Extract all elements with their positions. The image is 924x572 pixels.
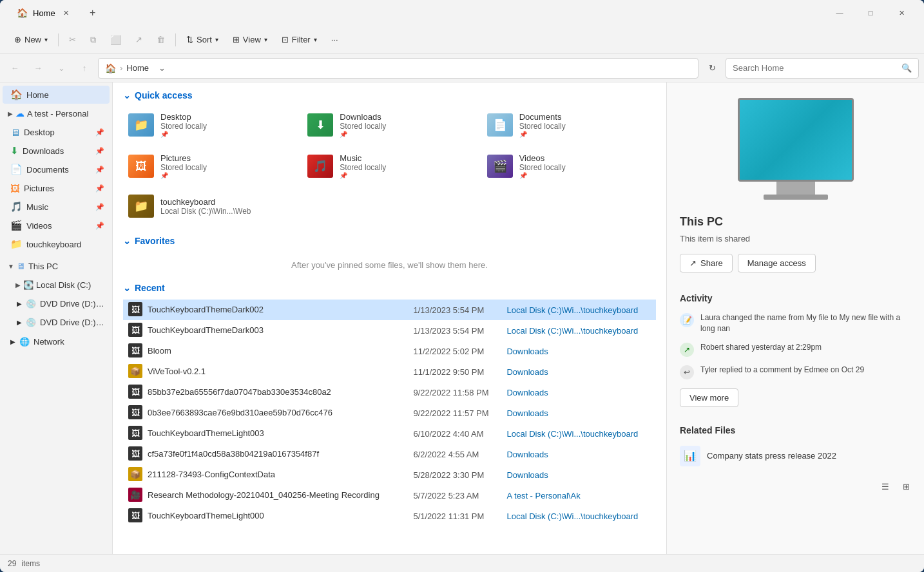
music-pin: 📌 <box>95 203 104 211</box>
search-icon: 🔍 <box>901 63 912 73</box>
qa-downloads[interactable]: ⬇ Downloads Stored locally 📌 <box>302 107 476 143</box>
close-button[interactable]: ✕ <box>887 3 916 23</box>
qa-touchkeyboard[interactable]: 📁 touchkeyboard Local Disk (C:)\Win...\W… <box>123 189 297 223</box>
sidebar-item-documents[interactable]: 📄 Documents 📌 <box>3 160 110 178</box>
sidebar-this-pc[interactable]: ▼ 🖥 This PC <box>3 257 110 275</box>
recent-row[interactable]: 🖼 0b3ee7663893cae76e9bd310aee59b70d76cc4… <box>123 403 656 423</box>
home-tab[interactable]: 🏠 Home ✕ <box>8 3 81 23</box>
recent-header[interactable]: ⌄ Recent <box>123 283 656 293</box>
sidebar-item-home[interactable]: 🏠 Home <box>3 86 110 104</box>
qa-desktop-info: Desktop Stored locally 📌 <box>160 112 207 138</box>
sort-chevron: ▾ <box>215 36 218 43</box>
dvd-ccc-icon: 💿 <box>26 318 36 327</box>
recent-row[interactable]: 🖼 TouchKeyboardThemeDark002 1/13/2023 5:… <box>123 300 656 320</box>
related-file-item[interactable]: 📊 Company stats press release 2022 <box>667 441 924 472</box>
pictures-folder-icon: 🖼 <box>128 155 154 178</box>
qa-videos[interactable]: 🎬 Videos Stored locally 📌 <box>482 148 656 184</box>
share-button[interactable]: ↗ <box>129 30 149 50</box>
recent-row-name: 🖼 0b3ee7663893cae76e9bd310aee59b70d76cc4… <box>123 403 408 422</box>
music-folder-icon: 🎵 <box>307 155 333 178</box>
recent-item-name: cf5a73fe0f1f4a0cd58a38b04219a0167354f87f <box>148 449 319 459</box>
more-button[interactable]: ··· <box>325 30 345 50</box>
recent-item-name: 211128-73493-ConfigContextData <box>148 470 275 479</box>
qa-pictures[interactable]: 🖼 Pictures Stored locally 📌 <box>123 148 297 184</box>
recent-row[interactable]: 🖼 TouchKeyboardThemeDark003 1/13/2023 5:… <box>123 320 656 341</box>
copy-button[interactable]: ⧉ <box>84 30 102 50</box>
recent-item-location: Local Disk (C:)\Wi...\touchkeyboard <box>501 300 656 320</box>
sidebar-item-desktop[interactable]: 🖥 Desktop 📌 <box>3 123 110 141</box>
rp-actions: ↗ Share Manage access <box>667 254 924 285</box>
window-controls: — □ ✕ <box>825 3 916 23</box>
qa-downloads-name: Downloads <box>340 112 386 122</box>
qa-music[interactable]: 🎵 Music Stored locally 📌 <box>302 148 476 184</box>
cut-button[interactable]: ✂ <box>63 30 82 50</box>
address-bar: ← → ⌄ ↑ 🏠 › Home ⌄ ↻ 🔍 <box>0 54 924 82</box>
atest-cloud-icon: ☁ <box>15 108 24 119</box>
recent-item-location: Local Disk (C:)\Wi...\touchkeyboard <box>501 506 656 526</box>
back-button[interactable]: ← <box>5 59 24 78</box>
delete-button[interactable]: 🗑 <box>150 30 171 50</box>
search-input[interactable] <box>733 63 898 73</box>
sidebar-item-pictures[interactable]: 🖼 Pictures 📌 <box>3 179 110 197</box>
maximize-button[interactable]: □ <box>856 3 885 23</box>
sidebar-item-videos[interactable]: 🎬 Videos 📌 <box>3 216 110 234</box>
thispc-chevron: ▼ <box>8 263 14 270</box>
sidebar-dvd-ccc[interactable]: ▶ 💿 DVD Drive (D:) CCC <box>3 313 110 331</box>
qa-documents[interactable]: 📄 Documents Stored locally 📌 <box>482 107 656 143</box>
network-chevron: ▶ <box>10 338 15 345</box>
recent-row-name: 🖼 TouchKeyboardThemeDark002 <box>123 300 408 319</box>
file-type-icon: 🖼 <box>128 302 142 316</box>
list-view-toggle[interactable]: ☰ <box>878 479 893 495</box>
recent-row[interactable]: 🖼 85bb37e2ba65556f7da07047bab330e3534c80… <box>123 382 656 403</box>
tab-close-button[interactable]: ✕ <box>61 7 72 19</box>
sidebar-atest-label: A test - Personal <box>27 109 88 119</box>
view-more-button[interactable]: View more <box>680 388 738 407</box>
qa-section-label: Quick access <box>135 90 193 100</box>
up-button[interactable]: ↑ <box>75 59 94 78</box>
paste-button[interactable]: ⬜ <box>104 30 128 50</box>
sidebar-dvd-cc[interactable]: ▶ 💿 DVD Drive (D:) CC <box>3 294 110 312</box>
recent-row[interactable]: 🖼 Bloom 11/2/2022 5:02 PM Downloads <box>123 341 656 361</box>
minimize-button[interactable]: — <box>825 3 854 23</box>
recent-item-date: 5/7/2022 5:23 AM <box>408 485 501 506</box>
sidebar-item-atest[interactable]: ▶ ☁ A test - Personal <box>3 104 110 122</box>
sort-button[interactable]: ⇅ Sort ▾ <box>180 30 225 50</box>
new-tab-button[interactable]: + <box>84 4 102 22</box>
sidebar-item-music[interactable]: 🎵 Music 📌 <box>3 198 110 216</box>
manage-access-button[interactable]: Manage access <box>738 254 816 272</box>
sidebar-item-touchkeyboard[interactable]: 📁 touchkeyboard <box>3 235 110 253</box>
qa-desktop-name: Desktop <box>160 112 207 122</box>
search-box[interactable]: 🔍 <box>726 58 919 79</box>
quick-access-header[interactable]: ⌄ Quick access <box>123 90 656 100</box>
recent-row[interactable]: 📦 211128-73493-ConfigContextData 5/28/20… <box>123 464 656 485</box>
favorites-header[interactable]: ⌄ Favorites <box>123 236 656 246</box>
forward-button[interactable]: → <box>28 59 48 78</box>
address-dropdown-button[interactable]: ⌄ <box>153 59 171 78</box>
recent-row[interactable]: 🎥 Research Methodology-20210401_040256-M… <box>123 485 656 506</box>
address-path[interactable]: 🏠 › Home ⌄ <box>98 58 698 79</box>
sidebar-network[interactable]: ▶ 🌐 Network <box>3 332 110 350</box>
share-button[interactable]: ↗ Share <box>680 254 733 272</box>
downloads-pin: 📌 <box>95 147 104 155</box>
qa-music-name: Music <box>340 153 386 163</box>
new-button[interactable]: ⊕ New ▾ <box>8 30 54 50</box>
view-button[interactable]: ⊞ View ▾ <box>226 30 274 50</box>
file-type-icon: 🖼 <box>128 405 142 419</box>
expand-button[interactable]: ⌄ <box>52 59 71 78</box>
recent-row[interactable]: 🖼 TouchKeyboardThemeLight003 6/10/2022 4… <box>123 423 656 444</box>
qa-desktop[interactable]: 📁 Desktop Stored locally 📌 <box>123 107 297 143</box>
filter-button[interactable]: ⊡ Filter ▾ <box>275 30 323 50</box>
qa-touch-name: touchkeyboard <box>160 197 251 207</box>
sidebar-localdisk[interactable]: ▶ 💽 Local Disk (C:) <box>3 276 110 294</box>
recent-row[interactable]: 📦 ViVeTool-v0.2.1 11/1/2022 9:50 PM Down… <box>123 361 656 382</box>
home-tab-icon: 🏠 <box>17 8 28 18</box>
recent-row[interactable]: 🖼 cf5a73fe0f1f4a0cd58a38b04219a0167354f8… <box>123 444 656 464</box>
qa-videos-info: Videos Stored locally 📌 <box>519 153 566 179</box>
pictures-icon: 🖼 <box>10 183 20 194</box>
sidebar-item-downloads[interactable]: ⬇ Downloads 📌 <box>3 142 110 160</box>
grid-view-toggle[interactable]: ⊞ <box>898 479 914 495</box>
recent-item-date: 5/28/2022 3:30 PM <box>408 464 501 485</box>
recent-row[interactable]: 🖼 TouchKeyboardThemeLight000 5/1/2022 11… <box>123 506 656 526</box>
refresh-button[interactable]: ↻ <box>702 59 722 78</box>
path-sep: › <box>120 63 122 73</box>
